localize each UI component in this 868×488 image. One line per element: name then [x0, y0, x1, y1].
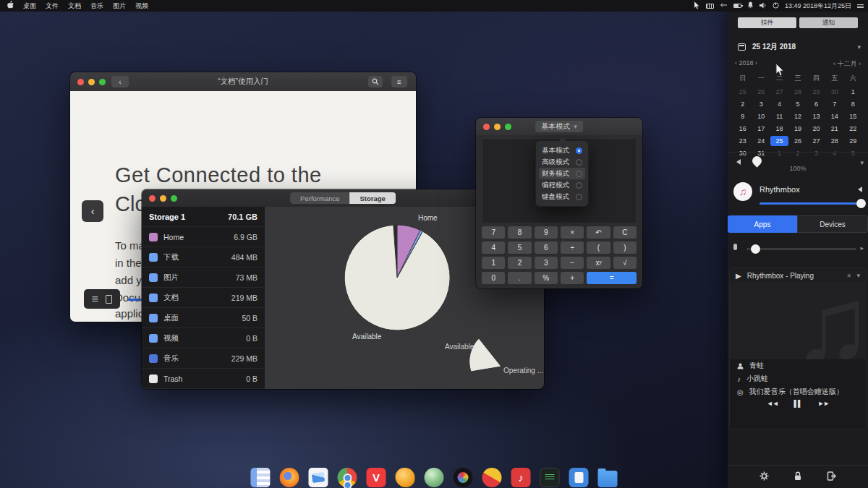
calendar-day[interactable]: 28	[788, 87, 807, 97]
hamburger-menu-button[interactable]: ≡	[391, 76, 407, 87]
calculator-titlebar[interactable]: 基本模式▾	[476, 118, 642, 135]
calendar-day[interactable]: 27	[770, 87, 788, 97]
tab-devices[interactable]: Devices	[797, 215, 868, 233]
minimize-button[interactable]	[160, 195, 166, 202]
calendar-day[interactable]: 2	[788, 148, 807, 158]
close-icon[interactable]: ×	[847, 272, 851, 280]
calendar-day[interactable]: 28	[825, 136, 843, 146]
calc-key-clear[interactable]: C	[613, 226, 637, 239]
calendar-day[interactable]: 30	[733, 148, 752, 158]
calendar-day[interactable]: 19	[788, 124, 807, 134]
calendar-day[interactable]: 26	[752, 87, 770, 97]
calendar-day[interactable]: 24	[752, 136, 770, 146]
calc-key-multiply[interactable]: ×	[561, 226, 584, 239]
tab-storage[interactable]: Storage	[350, 192, 396, 204]
calendar-day[interactable]: 26	[788, 136, 807, 146]
calc-equals-key[interactable]: =	[587, 272, 637, 284]
calendar-day[interactable]: 30	[825, 87, 843, 97]
mic-volume-handle[interactable]	[751, 244, 760, 254]
ball-app-icon[interactable]	[482, 468, 502, 487]
calc-key-percent[interactable]: %	[535, 272, 558, 284]
calendar-day-selected[interactable]: 25	[770, 136, 788, 146]
calendar-day[interactable]: 3	[807, 148, 825, 158]
menu-desktop[interactable]: 桌面	[23, 1, 36, 11]
calc-key[interactable]: 4	[482, 241, 505, 254]
menu-pictures[interactable]: 图片	[113, 1, 126, 11]
calendar-day[interactable]: 29	[844, 136, 862, 146]
menu-documents[interactable]: 文档	[68, 1, 81, 11]
calendar-day[interactable]: 27	[807, 136, 825, 146]
mode-option-financial[interactable]: 财务模式	[539, 168, 585, 179]
tab-performance[interactable]: Performance	[290, 192, 349, 204]
maximize-button[interactable]	[171, 195, 177, 202]
calendar-day[interactable]: 6	[807, 99, 825, 109]
session-menu-icon[interactable]	[857, 4, 864, 8]
calc-key[interactable]: 1	[482, 257, 505, 269]
calendar-day[interactable]: 11	[770, 111, 788, 121]
calendar-day[interactable]: 3	[752, 99, 770, 109]
lock-icon[interactable]	[793, 471, 802, 482]
menu-videos[interactable]: 视频	[135, 1, 148, 11]
calendar-day[interactable]: 12	[788, 111, 807, 121]
calendar-day[interactable]: 9	[733, 111, 752, 121]
calendar-day[interactable]: 1	[844, 87, 862, 97]
calendar-day[interactable]: 20	[807, 124, 825, 134]
mode-dropdown-button[interactable]: 基本模式▾	[535, 121, 583, 132]
mic-volume-slider[interactable]	[746, 248, 856, 250]
calendar-day[interactable]: 18	[770, 124, 788, 134]
calc-key-sqrt[interactable]: √	[613, 257, 637, 269]
clock[interactable]: 13:49 2018年12月25日	[785, 1, 851, 11]
page-thumbnail-icon[interactable]	[106, 295, 112, 304]
terminal-icon[interactable]	[540, 468, 560, 487]
text-editor-icon[interactable]	[569, 468, 589, 487]
calc-key[interactable]: 5	[508, 241, 531, 254]
close-button[interactable]	[149, 195, 156, 202]
calc-key-exponent[interactable]: xʸ	[587, 257, 610, 269]
workspace-board-icon[interactable]	[251, 468, 271, 487]
calc-key[interactable]: 6	[535, 241, 558, 254]
color-wheel-app-icon[interactable]	[454, 468, 473, 487]
storage-item-row[interactable]: 图片73 MB	[142, 267, 265, 288]
netease-cloud-music-icon[interactable]: ♪	[511, 468, 531, 487]
chevron-down-icon[interactable]: ▾	[856, 272, 860, 279]
calendar-day[interactable]: 13	[807, 111, 825, 121]
calendar-day[interactable]: 4	[825, 148, 843, 158]
calc-key-paren-close[interactable]: )	[613, 241, 637, 254]
battery-icon[interactable]	[733, 4, 741, 8]
speaker-icon[interactable]	[760, 2, 767, 10]
close-button[interactable]	[483, 124, 490, 130]
storage-item-row[interactable]: 文档219 MB	[142, 288, 265, 308]
calc-key[interactable]: 0	[482, 272, 505, 284]
calendar-day[interactable]: 25	[733, 87, 752, 97]
menu-music[interactable]: 音乐	[90, 1, 103, 11]
input-device-icon[interactable]	[720, 2, 728, 9]
calc-key[interactable]: 8	[508, 226, 531, 239]
mode-option-keyboard[interactable]: 键盘模式	[539, 191, 585, 202]
calendar-day[interactable]: 15	[844, 111, 862, 121]
pause-button[interactable]: ▌▌	[794, 400, 802, 407]
mode-option-advanced[interactable]: 高级模式	[539, 156, 585, 168]
files-folder-icon[interactable]	[598, 471, 618, 487]
month-nav[interactable]: ‹ 十二月 ›	[833, 59, 861, 69]
calendar-day[interactable]: 29	[807, 87, 825, 97]
chevron-down-icon[interactable]: ▾	[857, 43, 861, 51]
mode-option-programming[interactable]: 编程模式	[539, 179, 585, 191]
calc-key-undo[interactable]: ↶	[587, 226, 610, 239]
mode-option-basic[interactable]: 基本模式	[539, 145, 585, 156]
tab-notifications[interactable]: 通知	[799, 17, 858, 28]
calendar-day[interactable]: 2	[733, 99, 752, 109]
storage-item-row[interactable]: Home6.9 GB	[142, 227, 265, 247]
calc-key[interactable]: 2	[508, 257, 531, 269]
tab-widgets[interactable]: 挂件	[738, 17, 796, 28]
calendar-day[interactable]: 14	[825, 111, 843, 121]
contents-list-icon[interactable]: ≡	[92, 293, 98, 306]
calendar-day[interactable]: 22	[844, 124, 862, 134]
minimize-button[interactable]	[494, 124, 501, 130]
calc-key[interactable]: 7	[482, 226, 505, 239]
thunderbird-icon[interactable]	[396, 468, 415, 487]
calendar-day[interactable]: 21	[825, 124, 843, 134]
storage-item-row[interactable]: 下载484 MB	[142, 247, 265, 267]
app-volume-handle[interactable]	[856, 199, 866, 208]
bell-icon[interactable]	[747, 1, 754, 10]
app-volume-slider[interactable]	[760, 202, 862, 205]
